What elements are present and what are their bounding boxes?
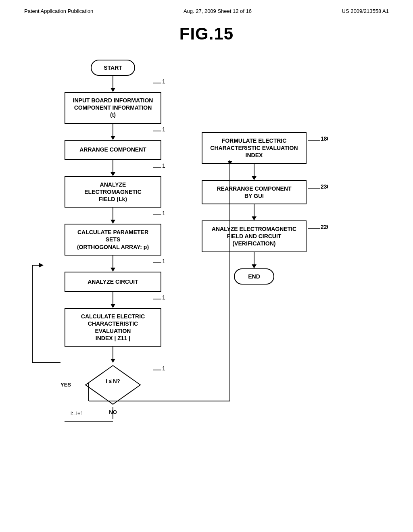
- ref-230: 230: [308, 183, 328, 190]
- svg-text:170: 170: [162, 365, 165, 370]
- svg-marker-43: [252, 264, 257, 268]
- svg-marker-17: [111, 268, 115, 272]
- yes-label: YES: [60, 382, 71, 388]
- svg-text:130: 130: [162, 162, 165, 168]
- svg-marker-21: [111, 304, 115, 308]
- header-middle: Aug. 27, 2009 Sheet 12 of 16: [184, 8, 252, 14]
- box-120: ARRANGE COMPONENT: [65, 140, 161, 160]
- box-230: REARRANGE COMPONENT BY GUI 230: [202, 180, 307, 204]
- ref-140: 140: [153, 210, 165, 216]
- ref-220: 220: [308, 223, 328, 231]
- start-node: START: [91, 60, 135, 76]
- ref-130: 130: [153, 162, 165, 169]
- svg-marker-25: [111, 359, 115, 363]
- svg-text:230: 230: [321, 183, 328, 189]
- figure-title: FIG.15: [24, 24, 389, 44]
- ref-120: 120: [153, 126, 165, 133]
- box-150: ANALYZE CIRCUIT: [65, 272, 161, 292]
- svg-marker-13: [111, 220, 115, 224]
- svg-text:220: 220: [321, 224, 328, 229]
- left-column: START 110 INPUT BOARD INFORMATION COMPON…: [48, 60, 177, 423]
- ref-170: 170: [153, 365, 165, 372]
- box-110: INPUT BOARD INFORMATION COMPONENT INFORM…: [65, 92, 161, 124]
- page: Patent Application Publication Aug. 27, …: [0, 0, 413, 532]
- svg-marker-39: [252, 216, 257, 220]
- box-160: CALCULATE ELECTRIC CHARACTERISTIC EVALUA…: [65, 308, 161, 347]
- svg-text:110: 110: [162, 78, 165, 83]
- ref-110: 110: [153, 78, 165, 85]
- svg-marker-1: [111, 88, 115, 92]
- end-node: END: [234, 268, 274, 285]
- svg-marker-9: [111, 172, 115, 176]
- box-130: ANALYZE ELECTROMAGNETIC FIELD (Lk): [65, 176, 161, 208]
- diamond-170: i ≤ N? 170 YES NO: [65, 363, 161, 407]
- box-220: ANALYZE ELECTROMAGNETIC FIELD AND CIRCUI…: [202, 220, 307, 252]
- svg-marker-5: [111, 136, 115, 140]
- loop-connector: [65, 419, 161, 423]
- svg-text:120: 120: [162, 126, 165, 131]
- box-140: CALCULATE PARAMETER SETS (ORTHOGONAL ARR…: [65, 224, 161, 256]
- svg-text:140: 140: [162, 210, 165, 215]
- ref-180: 180: [308, 135, 328, 142]
- ref-160: 160: [153, 294, 165, 301]
- header-left: Patent Application Publication: [24, 8, 93, 14]
- header-right: US 2009/213558 A1: [342, 8, 389, 14]
- svg-text:160: 160: [162, 294, 165, 299]
- header: Patent Application Publication Aug. 27, …: [24, 8, 389, 16]
- svg-marker-26: [86, 366, 140, 404]
- svg-text:180: 180: [321, 135, 328, 141]
- svg-text:i ≤ N?: i ≤ N?: [106, 378, 120, 384]
- flowchart: START 110 INPUT BOARD INFORMATION COMPON…: [24, 60, 389, 423]
- right-column: FORMULATE ELECTRIC CHARACTERISTIC EVALUA…: [202, 132, 307, 285]
- increment-label: i:=i+1: [65, 407, 161, 419]
- svg-marker-35: [252, 176, 257, 180]
- ref-150: 150: [153, 258, 165, 264]
- svg-text:150: 150: [162, 258, 165, 263]
- box-180: FORMULATE ELECTRIC CHARACTERISTIC EVALUA…: [202, 132, 307, 164]
